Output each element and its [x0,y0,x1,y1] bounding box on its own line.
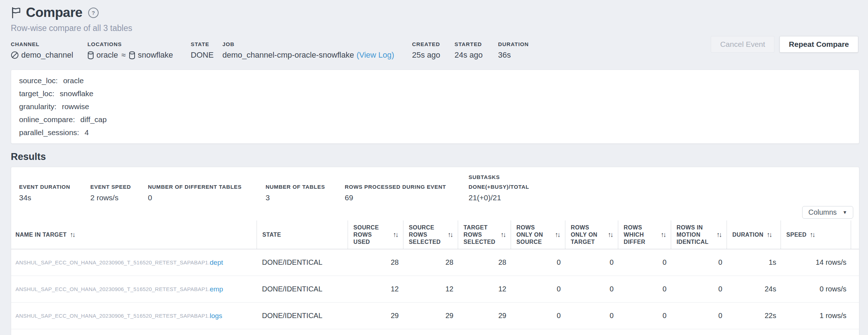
stat-different-tables: NUMBER OF DIFFERENT TABLES 0 [148,182,266,203]
stat-number-of-tables: NUMBER OF TABLES 3 [266,182,345,203]
speed-cell: 14 rows/s [781,249,851,276]
config-key: source_loc: [19,76,58,85]
sort-icon[interactable]: ↑↓ [501,231,506,238]
channel-label: CHANNEL [11,41,87,48]
column-header-rows-in-motion-identical[interactable]: ROWS INMOTIONIDENTICAL ↑↓ [671,220,727,249]
sort-icon[interactable]: ↑↓ [555,231,561,238]
source-rows-selected-cell: 29 [403,303,458,329]
state-cell: DONE/IDENTICAL [257,249,348,276]
config-line: parallel_sessions:4 [19,126,851,139]
started-value: 24s ago [455,50,498,60]
view-log-link[interactable]: (View Log) [357,50,394,60]
meta-created: CREATED 25s ago [412,41,455,60]
started-label: STARTED [455,41,498,48]
state-label: STATE [191,41,222,48]
row-gutter [851,303,859,329]
rows-only-on-source-cell: 0 [511,249,565,276]
created-value: 25s ago [412,50,455,60]
sort-icon[interactable]: ↑↓ [767,231,772,238]
table-name-link[interactable]: dept [210,259,223,267]
rows-in-motion-identical-cell: 0 [671,303,727,329]
config-key: granularity: [19,102,56,111]
source-rows-selected-cell: 28 [403,249,458,276]
meta-job: JOB demo_channel-cmp-oracle-snowflake (V… [222,41,412,60]
column-label: ROWSWHICHDIFFER [624,224,645,246]
repeat-compare-button[interactable]: Repeat Compare [779,36,858,53]
column-header-duration[interactable]: DURATION ↑↓ [727,220,781,249]
rows-which-differ-cell: 0 [618,303,671,329]
stat-value: 69 [345,192,469,203]
source-rows-selected-cell: 12 [403,276,458,302]
column-header-name-in-target[interactable]: NAME IN TARGET ↑↓ [11,220,257,249]
table-header-row: NAME IN TARGET ↑↓ STATE SOURCEROWSUSED ↑… [11,220,859,249]
speed-cell: 0 rows/s [781,276,851,302]
name-in-target-cell: ANSHUL_SAP_ECC_ON_HANA_20230906_T_516520… [11,303,257,329]
sort-icon[interactable]: ↑↓ [661,231,666,238]
config-value: oracle [63,76,83,85]
config-value: diff_cap [80,115,107,124]
header-actions: Cancel Event Repeat Compare [711,36,858,53]
stat-label: SUBTASKS [469,172,529,182]
rows-only-on-source-cell: 0 [511,276,565,302]
duration-cell: 22s [727,303,781,329]
stat-label: EVENT DURATION [19,182,90,192]
name-in-target-cell: ANSHUL_SAP_ECC_ON_HANA_20230906_T_516520… [11,249,257,276]
column-header-target-rows-selected[interactable]: TARGETROWSSELECTED ↑↓ [458,220,511,249]
meta-started: STARTED 24s ago [455,41,498,60]
table-row: ANSHUL_SAP_ECC_ON_HANA_20230906_T_516520… [11,303,859,329]
chevron-down-icon: ▼ [842,210,847,215]
column-header-rows-only-on-source[interactable]: ROWSONLY ONSOURCE ↑↓ [511,220,565,249]
stat-label-line2: DONE(+BUSY)/TOTAL [469,182,529,192]
stat-label: NUMBER OF DIFFERENT TABLES [148,182,266,192]
stat-event-duration: EVENT DURATION 34s [19,182,90,203]
column-label: ROWSONLY ONTARGET [571,224,597,246]
columns-dropdown-button[interactable]: Columns ▼ [802,206,853,219]
stat-value: 2 rows/s [90,192,148,203]
cancel-event-button[interactable]: Cancel Event [711,36,774,53]
stat-label: EVENT SPEED [90,182,148,192]
rows-only-on-target-cell: 0 [565,303,618,329]
sort-icon[interactable]: ↑↓ [716,231,722,238]
column-label: TARGETROWSSELECTED [464,224,496,246]
sort-icon[interactable]: ↑↓ [70,231,76,238]
flag-icon [11,6,22,19]
sort-icon[interactable]: ↑↓ [393,231,399,238]
config-value: 4 [85,128,89,137]
meta-locations: LOCATIONS oracle ≈ [87,41,191,60]
config-card: source_loc:oracle target_loc:snowflake g… [11,70,859,144]
row-gutter [851,249,859,276]
column-header-state: STATE [257,220,348,249]
column-header-speed[interactable]: SPEED ↑↓ [781,220,851,249]
column-header-rows-only-on-target[interactable]: ROWSONLY ONTARGET ↑↓ [565,220,618,249]
sort-icon[interactable]: ↑↓ [608,231,614,238]
table-name-link[interactable]: logs [210,312,222,320]
location-source: oracle [96,50,118,60]
sort-icon[interactable]: ↑↓ [810,231,815,238]
name-in-target-cell: ANSHUL_SAP_ECC_ON_HANA_20230906_T_516520… [11,276,257,302]
help-icon[interactable]: ? [88,8,99,18]
column-header-source-rows-selected[interactable]: SOURCEROWSSELECTED ↑↓ [403,220,458,249]
approx-symbol: ≈ [121,50,126,60]
source-rows-used-cell: 12 [348,276,403,302]
column-label: DURATION [732,231,763,238]
duration-label: DURATION [498,41,529,48]
results-heading: Results [11,151,857,162]
channel-icon [11,51,19,59]
stat-value: 21(+0)/21 [469,192,529,203]
state-value: DONE [191,50,222,60]
target-rows-selected-cell: 12 [458,276,511,302]
title-row: Compare ? [11,4,859,22]
table-name-link[interactable]: emp [210,285,223,293]
sort-icon[interactable]: ↑↓ [448,231,453,238]
database-icon [87,51,94,59]
column-header-rows-which-differ[interactable]: ROWSWHICHDIFFER ↑↓ [618,220,671,249]
target-rows-selected-cell: 28 [458,249,511,276]
meta-duration: DURATION 36s [498,41,529,60]
config-line: source_loc:oracle [19,74,851,87]
config-key: online_compare: [19,115,75,124]
column-label: ROWSONLY ONSOURCE [516,224,543,246]
table-row: ANSHUL_SAP_ECC_ON_HANA_20230906_T_516520… [11,249,859,276]
column-header-source-rows-used[interactable]: SOURCEROWSUSED ↑↓ [348,220,403,249]
database-icon [129,51,135,59]
config-line: target_loc:snowflake [19,87,851,100]
